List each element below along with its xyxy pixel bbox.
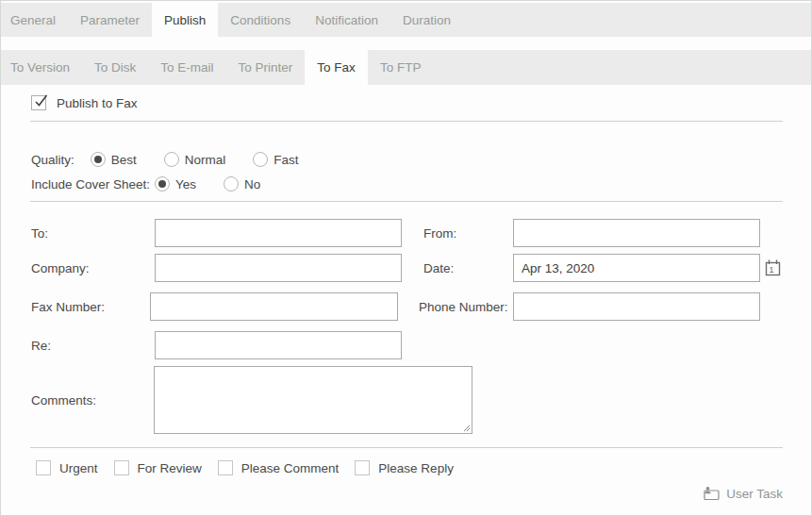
- user-task-badge: User Task: [703, 486, 783, 501]
- fax-number-input[interactable]: [150, 292, 398, 321]
- publish-to-fax-panel: General Parameter Publish Conditions Not…: [0, 0, 812, 516]
- urgent-checkbox[interactable]: [36, 460, 51, 475]
- flag-please-reply[interactable]: Please Reply: [355, 460, 454, 475]
- radio-yes-label: Yes: [175, 177, 196, 191]
- tab-parameter[interactable]: Parameter: [68, 3, 152, 37]
- form-row-re: Re:: [1, 331, 811, 359]
- company-input[interactable]: [155, 254, 402, 282]
- tab-conditions[interactable]: Conditions: [218, 3, 303, 37]
- flag-for-review[interactable]: For Review: [114, 460, 202, 475]
- flags-row: Urgent For Review Please Comment Please …: [36, 460, 811, 475]
- phone-number-input[interactable]: [513, 292, 760, 321]
- re-label: Re:: [31, 339, 155, 353]
- secondary-tab-bar: To Version To Disk To E-mail To Printer …: [1, 50, 811, 85]
- resize-handle-icon[interactable]: [462, 424, 471, 432]
- form-row-comments: Comments:: [1, 366, 811, 434]
- phone-number-label: Phone Number:: [398, 300, 513, 314]
- tab-to-printer[interactable]: To Printer: [226, 50, 306, 85]
- tab-to-version[interactable]: To Version: [1, 50, 82, 85]
- please-comment-label: Please Comment: [241, 461, 340, 475]
- publish-to-fax-checkbox[interactable]: [31, 95, 46, 110]
- tab-to-disk[interactable]: To Disk: [82, 50, 148, 85]
- flag-urgent[interactable]: Urgent: [36, 460, 98, 475]
- checkmark-icon: [33, 93, 48, 108]
- quality-radio-group: Quality: Best Normal Fast: [31, 151, 811, 168]
- cover-sheet-label: Include Cover Sheet:: [31, 177, 150, 191]
- radio-best-label: Best: [111, 153, 137, 167]
- company-label: Company:: [31, 261, 155, 275]
- primary-tab-bar: General Parameter Publish Conditions Not…: [1, 3, 811, 37]
- svg-text:1: 1: [769, 265, 773, 275]
- form-row-company-date: Company: Date: 1: [1, 254, 811, 282]
- cover-sheet-radio-group: Include Cover Sheet: Yes No: [31, 175, 811, 192]
- publish-to-fax-label: Publish to Fax: [57, 96, 138, 110]
- divider: [30, 447, 783, 448]
- date-input[interactable]: [513, 254, 760, 282]
- radio-normal[interactable]: [164, 152, 179, 167]
- radio-yes[interactable]: [155, 176, 170, 191]
- radio-no[interactable]: [224, 176, 239, 191]
- radio-fast[interactable]: [253, 152, 268, 167]
- publish-to-fax-row: Publish to Fax: [31, 95, 811, 110]
- flag-please-comment[interactable]: Please Comment: [218, 460, 340, 475]
- tab-to-email[interactable]: To E-mail: [148, 50, 225, 85]
- calendar-icon[interactable]: 1: [764, 258, 783, 277]
- for-review-label: For Review: [138, 461, 202, 475]
- from-input[interactable]: [513, 219, 760, 247]
- form-row-fax-phone: Fax Number: Phone Number:: [1, 292, 811, 321]
- quality-option-best[interactable]: Best: [91, 152, 137, 167]
- please-reply-label: Please Reply: [378, 461, 454, 475]
- cover-sheet-option-yes[interactable]: Yes: [155, 176, 196, 191]
- divider: [30, 121, 783, 122]
- radio-no-label: No: [244, 177, 260, 191]
- urgent-label: Urgent: [59, 461, 98, 475]
- comments-label: Comments:: [31, 393, 154, 408]
- quality-label: Quality:: [31, 153, 75, 167]
- divider: [30, 201, 783, 202]
- please-reply-checkbox[interactable]: [355, 460, 370, 475]
- from-label: From:: [402, 226, 513, 241]
- for-review-checkbox[interactable]: [114, 460, 129, 475]
- radio-best[interactable]: [91, 152, 106, 167]
- quality-option-normal[interactable]: Normal: [164, 152, 226, 167]
- please-comment-checkbox[interactable]: [218, 460, 233, 475]
- radio-fast-label: Fast: [273, 153, 298, 167]
- to-input[interactable]: [155, 219, 402, 247]
- tab-publish[interactable]: Publish: [152, 3, 218, 37]
- tab-bar-gap: [1, 37, 811, 50]
- user-task-label: User Task: [726, 487, 783, 501]
- user-task-icon: [703, 486, 721, 501]
- radio-normal-label: Normal: [185, 153, 226, 167]
- tab-to-ftp[interactable]: To FTP: [368, 50, 434, 85]
- quality-option-fast[interactable]: Fast: [253, 152, 298, 167]
- tab-general[interactable]: General: [1, 3, 68, 37]
- tab-duration[interactable]: Duration: [390, 3, 463, 37]
- tab-to-fax[interactable]: To Fax: [305, 50, 368, 85]
- form-row-to-from: To: From:: [1, 219, 811, 247]
- comments-textarea[interactable]: [154, 366, 472, 434]
- date-label: Date:: [402, 261, 513, 275]
- tab-notification[interactable]: Notification: [303, 3, 390, 37]
- cover-sheet-option-no[interactable]: No: [224, 176, 260, 191]
- to-label: To:: [31, 226, 155, 241]
- re-input[interactable]: [155, 331, 402, 359]
- fax-number-label: Fax Number:: [31, 300, 150, 314]
